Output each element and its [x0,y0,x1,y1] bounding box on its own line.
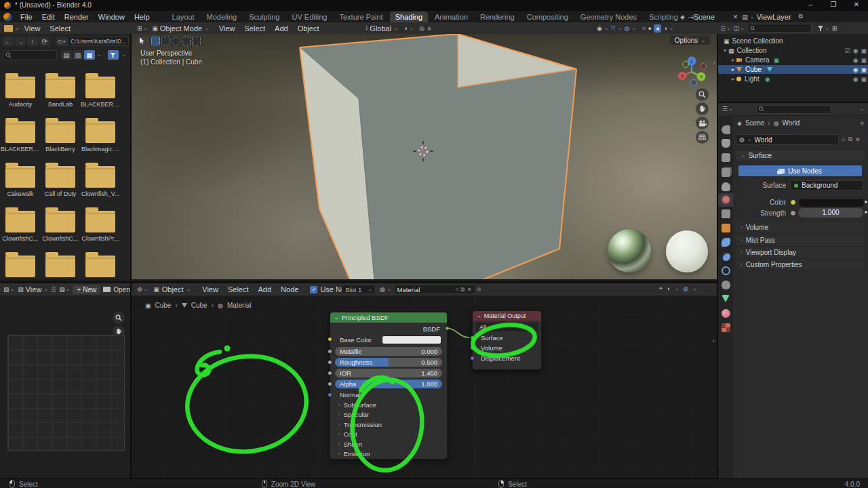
folder-item[interactable]: Clownfish_V... [81,162,120,197]
snap-chevron-icon[interactable]: ⌄ [409,26,414,31]
shading-chevron-icon[interactable]: ⌄ [669,26,674,31]
tab-shading[interactable]: Shading [390,12,428,22]
hide-icon[interactable]: ◉ [853,66,859,73]
metallic-slider[interactable]: Metallic 0.000 [335,347,442,356]
menu-window[interactable]: Window [94,13,130,21]
world-datablock-field[interactable]: ◍ ⌄ World [736,134,839,145]
principled-bsdf-header[interactable]: ⌄ Principled BSDF [330,312,447,323]
object-mode-chevron-icon[interactable]: ⌄ [204,26,209,31]
viewport-display-panel-header[interactable]: ›Viewport Display [736,247,865,258]
outliner-filter-chevron-icon[interactable]: ⌄ [825,26,829,31]
options-dropdown[interactable]: Options ⌄ [670,36,710,45]
image-browse-icon[interactable]: ▨ [59,286,65,293]
filter-chevron-icon[interactable]: ⌄ [122,52,127,58]
shader-menu-select[interactable]: Select [223,285,254,293]
shader-type-icon[interactable]: ⊛ [137,286,142,293]
tab-tool-icon[interactable] [722,125,730,134]
tab-view-layer-icon[interactable] [722,168,730,177]
tab-layout[interactable]: Layout [167,12,200,22]
tab-compositing[interactable]: Compositing [521,12,574,22]
image-browse-chevron-icon[interactable]: ⌄ [66,287,71,292]
strength-animate-dot[interactable] [865,211,867,214]
material-output-header[interactable]: ⌄ Material Output [473,311,541,321]
shading-wireframe-icon[interactable]: ○ [642,25,646,32]
base-color-socket[interactable] [328,337,332,342]
shading-rendered-icon[interactable]: ◑ [663,25,667,32]
snap-node-icon[interactable]: ⌖ [659,285,663,292]
material-browse-chevron-icon[interactable]: ⌄ [387,287,392,292]
menu-render[interactable]: Render [60,13,94,21]
properties-type-icon[interactable]: ☰ [722,106,728,113]
folder-item[interactable]: BLACKBERR... [81,73,120,108]
outliner-type-icon[interactable]: ☰ [720,25,726,32]
ior-slider[interactable]: IOR 1.450 [335,369,442,378]
editor-type-icon[interactable]: ⊞ [137,25,142,32]
outliner-type-chevron-icon[interactable]: ⌄ [726,26,731,31]
mist-pass-panel-header[interactable]: ›Mist Pass [736,235,865,245]
select-mode-lasso-button[interactable] [182,37,191,45]
display-list-horizontal-button[interactable]: ▥ [73,50,83,60]
hamburger-icon[interactable]: ☰ [51,286,56,293]
render-visibility-icon[interactable]: ▣ [861,57,867,64]
shader-menu-node[interactable]: Node [276,285,303,293]
specular-section[interactable]: ›Specular [338,411,369,418]
gizmos-icon[interactable]: ⤧ [611,24,616,32]
select-mode-tweak-button[interactable] [151,37,160,45]
folder-item[interactable]: Audacity [1,73,40,108]
snap-magnet-icon[interactable]: ◖ [404,25,408,32]
hide-icon[interactable]: ◉ [853,47,859,54]
tab-texture-icon[interactable] [722,323,730,332]
bsdf-output-socket[interactable] [445,326,450,331]
properties-type-chevron-icon[interactable]: ⌄ [728,106,733,112]
back-button[interactable]: ← [3,37,14,46]
viewlayer-chevron-icon[interactable]: ⌄ [750,14,755,20]
render-visibility-icon[interactable]: ▣ [861,66,867,73]
tab-physics-icon[interactable] [722,266,730,275]
scene-selector[interactable]: Scene [694,13,733,21]
overlays-chevron-icon[interactable]: ⌄ [631,26,636,31]
material-output-node[interactable]: ⌄ Material Output All ⌄ Surface Volume D… [472,310,542,370]
shader-sidebar-toggle-icon[interactable]: ‹ [713,338,715,344]
cube-object[interactable] [300,34,576,279]
tab-rendering[interactable]: Rendering [475,12,520,22]
folder-item[interactable]: Call of Duty [41,162,80,197]
image-pan-button[interactable] [113,325,125,338]
emission-section[interactable]: ›Emission [338,450,370,458]
transmission-section[interactable]: ›Transmission [338,421,382,428]
object-mode-dropdown[interactable]: Object Mode [158,24,204,33]
displacement-input-socket[interactable] [470,356,475,361]
node-magnet-icon[interactable]: ◖ [667,285,670,292]
blender-menu-icon[interactable] [3,13,12,21]
coat-section[interactable]: ›Coat [338,430,357,438]
folder-item[interactable] [1,251,40,280]
breadcrumb-world[interactable]: World [782,119,800,127]
proportional-edit-icon[interactable]: ◎ [419,25,425,32]
display-thumbnails-button[interactable]: ▦ [84,50,95,60]
outliner-display-chevron-icon[interactable]: ⌄ [740,26,745,31]
uv-grid[interactable] [7,335,125,451]
scene-unlink-icon[interactable]: ✕ [733,14,738,20]
shader-type-chevron-icon[interactable]: ⌄ [144,287,149,292]
new-folder-button[interactable]: 🗀+ [56,37,68,46]
file-browser-menu-select[interactable]: Select [45,24,75,33]
close-button[interactable]: ✕ [845,1,868,8]
tab-uv-editing[interactable]: UV Editing [286,12,332,22]
shading-material-icon[interactable]: ◕ [654,24,661,33]
gizmos-chevron-icon[interactable]: ⌄ [618,26,623,31]
surface-value-field[interactable]: Background [790,180,863,190]
material-name-field[interactable]: Material ○ ⧉ ✕ [394,285,475,294]
image-editor-type-icon[interactable]: ▨ [3,286,9,293]
visibility-chevron-icon[interactable]: ⌄ [604,26,609,31]
hide-icon[interactable]: ◉ [853,76,859,83]
custom-properties-panel-header[interactable]: ›Custom Properties [736,260,865,270]
viewlayer-selector[interactable]: ViewLayer [756,13,798,21]
pan-button[interactable] [696,102,709,115]
color-animate-dot[interactable] [865,201,867,203]
tree-closed-icon[interactable]: ▸ [732,58,734,63]
viewport[interactable]: User Perspective (1) Collection | Cube O… [132,34,717,279]
zoom-button[interactable] [696,88,709,101]
folder-item[interactable]: BlackBerry [41,117,80,152]
viewport-menu-add[interactable]: Add [270,24,293,33]
properties-search-input[interactable] [756,105,831,114]
folder-item[interactable] [41,251,80,280]
